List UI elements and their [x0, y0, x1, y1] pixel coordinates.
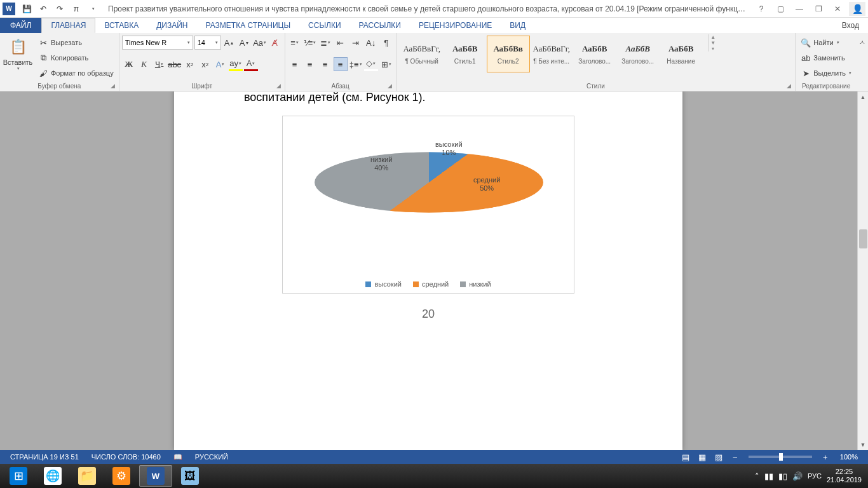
line-spacing-icon[interactable]: ‡≡▾ — [349, 57, 363, 71]
cut-button[interactable]: ✂Вырезать — [36, 36, 116, 50]
undo-icon[interactable]: ↶ — [36, 2, 51, 16]
styles-more-icon[interactable]: ▾ — [709, 46, 718, 51]
battery-icon[interactable]: ▮▯ — [778, 471, 787, 481]
start-button[interactable]: ⊞ — [2, 465, 35, 487]
bullets-icon[interactable]: ≡▾ — [288, 36, 302, 50]
sort-icon[interactable]: A↓ — [364, 36, 378, 50]
save-icon[interactable]: 💾 — [19, 2, 34, 16]
equation-icon[interactable]: π — [69, 2, 84, 16]
tab-home[interactable]: ГЛАВНАЯ — [41, 18, 95, 33]
chart-object[interactable]: высокий10% средний50% низкий40% высокий … — [282, 116, 574, 294]
change-case-icon[interactable]: Aa▾ — [253, 36, 267, 50]
body-text[interactable]: воспитании детей (см. Рисунок 1). — [244, 92, 613, 104]
scroll-up-icon[interactable]: ▲ — [858, 92, 868, 102]
wifi-icon[interactable]: ▮▮ — [764, 471, 773, 481]
zoom-out-icon[interactable]: − — [727, 450, 743, 464]
zoom-in-icon[interactable]: + — [817, 450, 834, 464]
numbering-icon[interactable]: ⅟≡▾ — [303, 36, 317, 50]
tab-view[interactable]: ВИД — [501, 18, 534, 33]
keyboard-layout[interactable]: РУС — [808, 472, 822, 480]
zoom-level[interactable]: 100% — [834, 453, 864, 461]
clipboard-launcher-icon[interactable]: ◢ — [111, 83, 115, 89]
copy-button[interactable]: ⧉Копировать — [36, 51, 116, 65]
tab-layout[interactable]: РАЗМЕТКА СТРАНИЦЫ — [197, 18, 300, 33]
highlight-icon[interactable]: ay▾ — [229, 57, 243, 71]
chrome-button[interactable]: 🌐 — [36, 465, 69, 487]
tab-insert[interactable]: ВСТАВКА — [95, 18, 147, 33]
find-button[interactable]: 🔍Найти▾ — [798, 36, 854, 50]
shading-icon[interactable]: ◇▾ — [364, 57, 378, 71]
proofing-icon[interactable]: 📖 — [167, 453, 189, 461]
clear-formatting-icon[interactable]: A̸ — [268, 36, 282, 50]
grow-font-icon[interactable]: A▲ — [222, 36, 236, 50]
scroll-thumb[interactable] — [859, 229, 867, 248]
document-area[interactable]: воспитании детей (см. Рисунок 1). высоки… — [0, 92, 868, 450]
style-heading2[interactable]: АаБбВЗаголово... — [616, 36, 660, 72]
clock[interactable]: 22:2521.04.2019 — [827, 468, 862, 484]
format-painter-button[interactable]: 🖌Формат по образцу — [36, 66, 116, 80]
replace-button[interactable]: abЗаменить — [798, 51, 854, 65]
explorer-button[interactable]: 📁 — [71, 465, 104, 487]
word-taskbar-button[interactable]: W — [139, 465, 172, 487]
zoom-knob[interactable] — [779, 453, 783, 461]
style-2[interactable]: АаБбВвСтиль2 — [487, 36, 530, 72]
word-count[interactable]: ЧИСЛО СЛОВ: 10460 — [85, 453, 167, 461]
increase-indent-icon[interactable]: ⇥ — [349, 36, 363, 50]
zoom-slider[interactable] — [749, 456, 812, 458]
multilevel-list-icon[interactable]: ≣▾ — [318, 36, 332, 50]
subscript-button[interactable]: x2 — [183, 57, 197, 71]
select-button[interactable]: ➤Выделить▾ — [798, 66, 854, 80]
tray-up-icon[interactable]: ˄ — [755, 471, 759, 481]
qat-customize-icon[interactable]: ▾ — [85, 2, 100, 16]
styles-down-icon[interactable]: ▼ — [709, 40, 718, 46]
tab-design[interactable]: ДИЗАЙН — [147, 18, 196, 33]
align-justify-icon[interactable]: ≡ — [334, 57, 348, 71]
vertical-scrollbar[interactable]: ▲ ▼ — [857, 92, 868, 450]
tab-file[interactable]: ФАЙЛ — [0, 18, 41, 33]
text-effects-icon[interactable]: A▾ — [214, 57, 227, 71]
bold-button[interactable]: Ж — [122, 57, 136, 71]
photos-button[interactable]: 🖼 — [173, 465, 207, 487]
tab-review[interactable]: РЕЦЕНЗИРОВАНИЕ — [410, 18, 501, 33]
scroll-down-icon[interactable]: ▼ — [858, 439, 868, 450]
italic-button[interactable]: К — [137, 57, 151, 71]
volume-icon[interactable]: 🔊 — [792, 471, 803, 481]
close-icon[interactable]: ✕ — [829, 2, 846, 16]
font-launcher-icon[interactable]: ◢ — [276, 83, 281, 89]
font-color-icon[interactable]: A▾ — [244, 57, 258, 71]
tab-mailings[interactable]: РАССЫЛКИ — [350, 18, 410, 33]
help-icon[interactable]: ? — [752, 2, 770, 16]
paragraph-launcher-icon[interactable]: ◢ — [388, 83, 392, 89]
language-indicator[interactable]: РУССКИЙ — [189, 453, 234, 461]
underline-button[interactable]: Ч▾ — [153, 57, 166, 71]
strikethrough-button[interactable]: abc — [168, 57, 182, 71]
align-right-icon[interactable]: ≡ — [318, 57, 332, 71]
style-title[interactable]: АаБбВНазвание — [660, 36, 703, 72]
sign-in-link[interactable]: Вход — [833, 18, 868, 33]
minimize-icon[interactable]: — — [790, 2, 808, 16]
styles-launcher-icon[interactable]: ◢ — [787, 83, 791, 89]
web-layout-icon[interactable]: ▨ — [710, 450, 727, 464]
tab-references[interactable]: ССЫЛКИ — [299, 18, 349, 33]
user-avatar[interactable]: 👤 — [849, 2, 865, 16]
borders-icon[interactable]: ⊞▾ — [379, 57, 393, 71]
scroll-track[interactable] — [858, 102, 868, 439]
restore-icon[interactable]: ❐ — [810, 2, 827, 16]
styles-up-icon[interactable]: ▲ — [709, 34, 718, 40]
settings-button[interactable]: ⚙ — [105, 465, 138, 487]
font-family-combo[interactable]: Times New R▾ — [122, 36, 193, 50]
print-layout-icon[interactable]: ▦ — [694, 450, 710, 464]
decrease-indent-icon[interactable]: ⇤ — [334, 36, 348, 50]
style-no-spacing[interactable]: АаБбВвГг,¶ Без инте... — [530, 36, 573, 72]
read-mode-icon[interactable]: ▤ — [677, 450, 694, 464]
font-size-combo[interactable]: 14▾ — [194, 36, 221, 50]
ribbon-display-icon[interactable]: ▢ — [771, 2, 789, 16]
align-left-icon[interactable]: ≡ — [288, 57, 302, 71]
collapse-ribbon-icon[interactable]: ㅅ — [857, 36, 868, 50]
shrink-font-icon[interactable]: A▼ — [238, 36, 252, 50]
style-normal[interactable]: АаБбВвГг,¶ Обычный — [400, 36, 444, 72]
style-1[interactable]: АаБбВСтиль1 — [444, 36, 487, 72]
show-marks-icon[interactable]: ¶ — [379, 36, 393, 50]
paste-button[interactable]: 📋 Вставить ▾ — [3, 34, 33, 71]
align-center-icon[interactable]: ≡ — [303, 57, 317, 71]
